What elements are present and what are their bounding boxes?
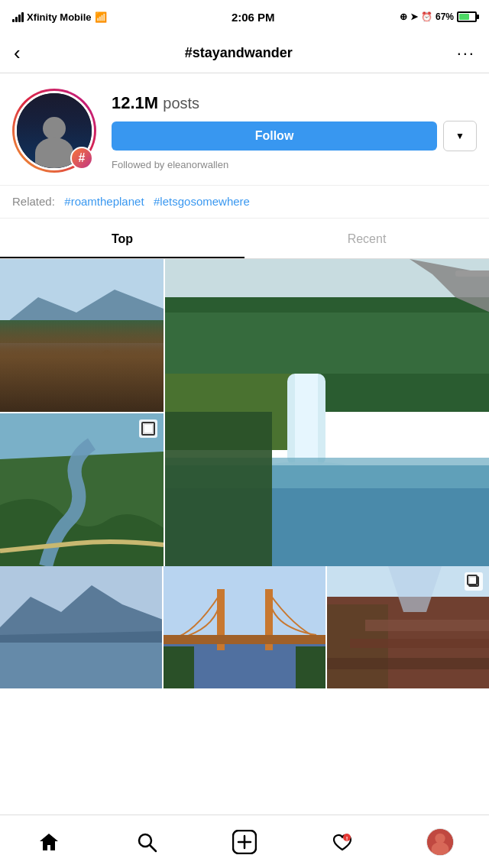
svg-rect-37 bbox=[164, 646, 194, 688]
related-label: Related: bbox=[12, 195, 55, 208]
photo-grid-left bbox=[0, 259, 164, 566]
svg-rect-43 bbox=[350, 639, 489, 648]
battery-fill bbox=[459, 14, 469, 20]
photo-bottom-row bbox=[0, 566, 489, 688]
carrier-label: Xfinity Mobile bbox=[27, 11, 92, 23]
svg-rect-27 bbox=[455, 270, 489, 277]
photo-cell-6[interactable] bbox=[327, 566, 489, 688]
status-bar: Xfinity Mobile 📶 2:06 PM ⊕ ➤ ⏰ 67% bbox=[0, 0, 489, 34]
svg-point-54 bbox=[435, 833, 445, 843]
svg-rect-13 bbox=[102, 364, 112, 379]
svg-rect-31 bbox=[0, 643, 162, 688]
svg-rect-7 bbox=[69, 358, 75, 389]
mountain-lake-svg bbox=[0, 566, 162, 688]
multi-icon-inner-2 bbox=[143, 423, 154, 434]
nav-search[interactable] bbox=[124, 823, 170, 861]
related-tag-2[interactable]: #letsgosomewhere bbox=[154, 195, 250, 208]
heart-icon: ! bbox=[332, 831, 353, 853]
posts-label: posts bbox=[163, 95, 199, 112]
back-button[interactable]: ‹ bbox=[14, 41, 21, 65]
status-right: ⊕ ➤ ⏰ 67% bbox=[400, 11, 477, 22]
profile-section: # 12.1M posts Follow ▼ Followed by elean… bbox=[0, 73, 489, 185]
location-icon: ⊕ bbox=[400, 11, 407, 22]
photo-grid bbox=[0, 259, 489, 566]
svg-rect-25 bbox=[165, 412, 272, 566]
battery-label: 67% bbox=[436, 11, 454, 22]
svg-rect-44 bbox=[327, 658, 489, 669]
photo-image-1 bbox=[0, 259, 164, 412]
bottom-nav-spacer bbox=[0, 688, 489, 742]
multi-post-icon-2 bbox=[139, 419, 157, 438]
hashtag-badge: # bbox=[70, 147, 93, 170]
signal-bar-1 bbox=[12, 19, 15, 22]
svg-rect-42 bbox=[365, 620, 489, 631]
home-icon bbox=[38, 831, 60, 853]
profile-avatar bbox=[426, 828, 454, 856]
svg-point-55 bbox=[432, 842, 449, 856]
multi-icon-inner-6 bbox=[468, 576, 479, 587]
svg-text:!: ! bbox=[346, 835, 348, 842]
multi-post-icon-6 bbox=[465, 572, 483, 591]
tab-top[interactable]: Top bbox=[0, 222, 244, 258]
alarm-icon: ⏰ bbox=[421, 11, 432, 22]
landscape-svg-1 bbox=[0, 259, 164, 412]
bottom-nav: ! bbox=[0, 815, 489, 868]
signal-bar-3 bbox=[18, 15, 21, 22]
status-left: Xfinity Mobile 📶 bbox=[12, 11, 107, 23]
photo-cell-large[interactable] bbox=[165, 259, 489, 566]
photo-cell-2[interactable] bbox=[0, 413, 164, 566]
followed-by: Followed by eleanorwallen bbox=[112, 159, 477, 170]
svg-rect-3 bbox=[0, 343, 164, 381]
dropdown-button[interactable]: ▼ bbox=[443, 121, 477, 151]
profile-avatar-img bbox=[427, 828, 453, 856]
profile-info: 12.1M posts Follow ▼ Followed by eleanor… bbox=[112, 89, 477, 170]
gps-icon: ➤ bbox=[410, 11, 418, 22]
nav-heart[interactable]: ! bbox=[319, 823, 365, 861]
svg-rect-2 bbox=[0, 320, 164, 343]
posts-count: 12.1M posts bbox=[112, 93, 477, 113]
svg-rect-0 bbox=[0, 259, 164, 412]
related-section: Related: #roamtheplanet #letsgosomewhere bbox=[0, 185, 489, 219]
signal-bars bbox=[12, 11, 24, 22]
svg-rect-36 bbox=[164, 635, 325, 644]
svg-point-12 bbox=[101, 350, 113, 364]
signal-bar-4 bbox=[21, 12, 24, 22]
follow-button[interactable]: Follow bbox=[112, 121, 437, 151]
svg-rect-6 bbox=[38, 358, 44, 389]
svg-rect-18 bbox=[165, 313, 489, 374]
page-title: #stayandwander bbox=[185, 45, 293, 61]
svg-point-46 bbox=[139, 834, 151, 847]
svg-rect-4 bbox=[0, 377, 164, 412]
status-time: 2:06 PM bbox=[232, 11, 275, 24]
photo-cell-4[interactable] bbox=[0, 566, 162, 688]
hashtag-symbol: # bbox=[79, 151, 86, 165]
svg-rect-8 bbox=[99, 358, 105, 389]
add-icon bbox=[232, 830, 257, 854]
golden-gate-svg bbox=[164, 566, 325, 688]
wifi-icon: 📶 bbox=[95, 11, 107, 23]
svg-rect-38 bbox=[296, 646, 325, 688]
photo-cell-1[interactable] bbox=[0, 259, 164, 412]
tab-recent[interactable]: Recent bbox=[244, 222, 489, 258]
search-icon bbox=[136, 831, 157, 853]
tabs-row: Top Recent bbox=[0, 222, 489, 259]
multi-icon-back-6 bbox=[467, 575, 478, 585]
nav-add[interactable] bbox=[222, 823, 267, 861]
nav-profile[interactable] bbox=[417, 823, 463, 861]
follow-row: Follow ▼ bbox=[112, 121, 477, 151]
photo-cell-5[interactable] bbox=[164, 566, 325, 688]
waterfall-svg bbox=[165, 259, 489, 566]
svg-rect-10 bbox=[4, 368, 160, 373]
svg-rect-5 bbox=[8, 358, 14, 389]
svg-rect-9 bbox=[130, 358, 136, 389]
posts-count-value: 12.1M bbox=[112, 93, 158, 112]
nav-header: ‹ #stayandwander ··· bbox=[0, 34, 489, 73]
battery-icon bbox=[457, 11, 477, 22]
avatar-container: # bbox=[12, 89, 96, 173]
signal-bar-2 bbox=[15, 17, 18, 22]
svg-line-47 bbox=[151, 845, 157, 851]
related-tag-1[interactable]: #roamtheplanet bbox=[64, 195, 144, 208]
nav-home[interactable] bbox=[26, 823, 72, 861]
svg-rect-11 bbox=[4, 380, 160, 384]
more-button[interactable]: ··· bbox=[457, 44, 475, 63]
